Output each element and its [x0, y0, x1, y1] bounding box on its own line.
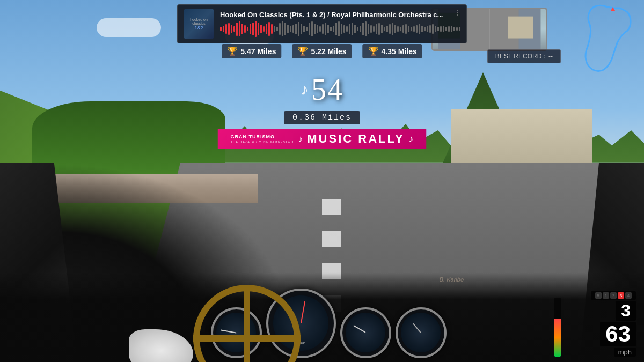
milestone-value-1: 5.47 Miles	[240, 47, 276, 56]
album-art: hooked on classics 1&2	[184, 9, 214, 39]
music-player: hooked on classics 1&2 Hooked On Classic…	[177, 4, 467, 43]
album-art-pts: 1&2	[194, 25, 203, 31]
best-record-badge: BEST RECORD : --	[487, 49, 561, 63]
trophy-3: 🏆	[368, 46, 379, 56]
banner-note-1: ♪	[298, 134, 303, 145]
gear-display: R 1 2 3 4	[591, 291, 636, 300]
stone-wall	[52, 174, 258, 203]
gear-dot-3: 3	[618, 292, 624, 299]
milestone-3: 🏆 4.35 Miles	[363, 44, 422, 58]
track-map	[574, 3, 639, 78]
milestone-value-2: 5.22 Miles	[311, 47, 346, 56]
gt-logo: GRAN TURISMO THE REAL DRIVING SIMULATOR	[230, 135, 294, 143]
beat-number: 54	[311, 72, 343, 107]
beat-music-note: ♪	[301, 80, 309, 99]
music-rally-banner: GRAN TURISMO THE REAL DRIVING SIMULATOR …	[217, 129, 426, 149]
music-title: Hooked On Classics (Pts. 1 & 2) / Royal …	[220, 11, 460, 19]
gear-dot-2: 2	[610, 292, 617, 299]
beat-counter: ♪ 54	[301, 72, 343, 107]
gear-indicators: R 1 2 3 4	[595, 292, 632, 299]
rpm-fill	[554, 319, 561, 357]
gt-logo-line2: THE REAL DRIVING SIMULATOR	[230, 140, 294, 144]
banner-note-2: ♪	[409, 134, 414, 145]
trophy-2: 🏆	[297, 46, 308, 56]
milestone-1: 🏆 5.47 Miles	[222, 44, 281, 58]
cloud-1	[97, 18, 161, 37]
album-art-line1: hooked on	[190, 18, 208, 21]
track-map-svg	[574, 3, 639, 78]
car-signature: B. Karibo	[440, 276, 464, 283]
album-art-line2: classics	[192, 21, 206, 25]
milestone-bar: 🏆 5.47 Miles 🏆 5.22 Miles 🏆 4.35 Miles	[222, 44, 422, 58]
speed-unit-display: mph	[614, 348, 636, 357]
rally-title: MUSIC RALLY	[307, 132, 404, 146]
music-info: Hooked On Classics (Pts. 1 & 2) / Royal …	[220, 11, 460, 37]
gear-dot-1: 1	[603, 292, 609, 299]
music-menu-dots[interactable]: ⋮	[453, 8, 461, 17]
speed-hud: R 1 2 3 4 3 63 mph	[566, 291, 636, 357]
best-record-value: --	[548, 53, 553, 60]
gear-dot-4: 4	[625, 292, 632, 299]
best-record-label: BEST RECORD :	[495, 53, 545, 60]
current-gear-display: 3	[616, 301, 636, 321]
milestone-2: 🏆 5.22 Miles	[292, 44, 352, 58]
svg-rect-3	[508, 16, 533, 38]
rpm-bar	[554, 298, 561, 357]
waveform	[220, 21, 460, 37]
distance-value: 0.36 Miles	[292, 113, 352, 122]
distance-display: 0.36 Miles	[284, 111, 360, 124]
speed-value-display: 63	[600, 322, 636, 346]
trophy-1: 🏆	[227, 46, 238, 56]
milestone-value-3: 4.35 Miles	[382, 47, 417, 56]
road-markings	[322, 199, 341, 344]
gt-logo-line1: GRAN TURISMO	[230, 135, 294, 140]
gear-dot-r: R	[595, 292, 602, 299]
